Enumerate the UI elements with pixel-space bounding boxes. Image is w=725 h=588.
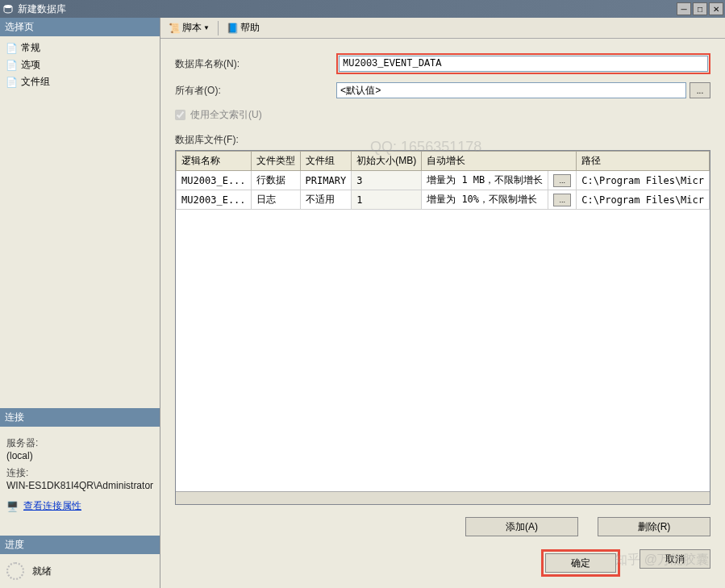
spinner-icon: [6, 562, 24, 580]
remove-button[interactable]: 删除(R): [598, 517, 710, 536]
maximize-button[interactable]: □: [693, 2, 707, 15]
page-icon: 📄: [5, 76, 18, 89]
help-label: 帮助: [240, 21, 260, 35]
nav-item-filegroups[interactable]: 📄 文件组: [5, 73, 155, 90]
app-icon: [2, 2, 15, 15]
cell-type: 行数据: [251, 171, 300, 190]
files-label: 数据库文件(F):: [175, 133, 710, 147]
script-icon: 📜: [169, 23, 181, 34]
ok-button[interactable]: 确定: [545, 553, 616, 573]
minimize-button[interactable]: ─: [677, 2, 691, 15]
owner-input[interactable]: [336, 82, 686, 98]
content-area: 📜 脚本 ▼ 📘 帮助 数据库名称(N): 所有者(O): ...: [160, 18, 725, 588]
select-page-header: 选择页: [0, 18, 160, 36]
table-row[interactable]: MU2003_E... 日志 不适用 1 增量为 10%，不限制增长 ... C…: [177, 190, 710, 210]
cell-size[interactable]: 1: [352, 190, 422, 210]
script-button[interactable]: 📜 脚本 ▼: [165, 19, 213, 36]
page-icon: 📄: [5, 42, 18, 55]
fulltext-label: 使用全文索引(U): [190, 108, 262, 122]
help-button[interactable]: 📘 帮助: [223, 19, 263, 36]
nav-item-general[interactable]: 📄 常规: [5, 40, 155, 56]
col-autogrowth[interactable]: 自动增长: [422, 152, 577, 171]
nav-item-options[interactable]: 📄 选项: [5, 56, 155, 73]
script-label: 脚本: [182, 21, 202, 35]
growth-browse-button[interactable]: ...: [553, 174, 571, 187]
progress-header: 进度: [0, 536, 160, 554]
cell-group[interactable]: PRIMARY: [300, 171, 352, 190]
col-filegroup[interactable]: 文件组: [300, 152, 352, 171]
progress-status: 就绪: [32, 565, 52, 578]
connection-label: 连接:: [6, 466, 153, 480]
owner-browse-button[interactable]: ...: [690, 82, 710, 98]
page-icon: 📄: [5, 59, 18, 72]
files-grid[interactable]: 逻辑名称 文件类型 文件组 初始大小(MB) 自动增长 路径 MU2003_E.…: [175, 150, 710, 505]
table-row[interactable]: MU2003_E... 行数据 PRIMARY 3 增量为 1 MB，不限制增长…: [177, 171, 710, 190]
fulltext-checkbox: [175, 110, 185, 120]
nav-label: 常规: [21, 41, 40, 55]
cell-type: 日志: [251, 190, 300, 210]
nav-label: 选项: [21, 58, 40, 72]
db-name-label: 数据库名称(N):: [175, 57, 336, 71]
toolbar: 📜 脚本 ▼ 📘 帮助: [160, 18, 725, 39]
cell-size[interactable]: 3: [352, 171, 422, 190]
cell-path[interactable]: C:\Program Files\Micr: [577, 171, 710, 190]
titlebar: 新建数据库 ─ □ ✕: [0, 0, 725, 18]
db-name-input[interactable]: [339, 56, 708, 72]
cell-growth: 增量为 1 MB，不限制增长: [422, 171, 548, 190]
col-file-type[interactable]: 文件类型: [251, 152, 300, 171]
owner-label: 所有者(O):: [175, 84, 336, 98]
connection-value: WIN-ES1DK81I4QR\Administrator: [6, 480, 153, 491]
nav-label: 文件组: [21, 75, 50, 89]
cell-growth: 增量为 10%，不限制增长: [422, 190, 548, 210]
col-logical-name[interactable]: 逻辑名称: [177, 152, 251, 171]
connection-header: 连接: [0, 408, 160, 427]
view-connection-properties-link[interactable]: 查看连接属性: [23, 499, 81, 513]
cell-group: 不适用: [300, 190, 352, 210]
connection-icon: 🖥️: [6, 501, 19, 512]
sidebar: 选择页 📄 常规 📄 选项 📄 文件组 连接 服务器: (local) 连接: …: [0, 18, 160, 588]
horizontal-scrollbar[interactable]: [176, 491, 710, 504]
col-path[interactable]: 路径: [577, 152, 710, 171]
cancel-button[interactable]: 取消: [640, 549, 710, 569]
col-initial-size[interactable]: 初始大小(MB): [352, 152, 422, 171]
toolbar-separator: [218, 21, 219, 35]
server-value: (local): [6, 450, 153, 461]
server-label: 服务器:: [6, 436, 153, 450]
svg-point-0: [4, 5, 12, 8]
chevron-down-icon: ▼: [203, 24, 210, 31]
window-title: 新建数据库: [18, 2, 677, 16]
cell-path[interactable]: C:\Program Files\Micr: [577, 190, 710, 210]
close-button[interactable]: ✕: [709, 2, 723, 15]
growth-browse-button[interactable]: ...: [553, 194, 571, 206]
add-button[interactable]: 添加(A): [465, 517, 578, 536]
cell-name[interactable]: MU2003_E...: [177, 171, 251, 190]
cell-name[interactable]: MU2003_E...: [177, 190, 251, 210]
help-icon: 📘: [227, 23, 239, 34]
